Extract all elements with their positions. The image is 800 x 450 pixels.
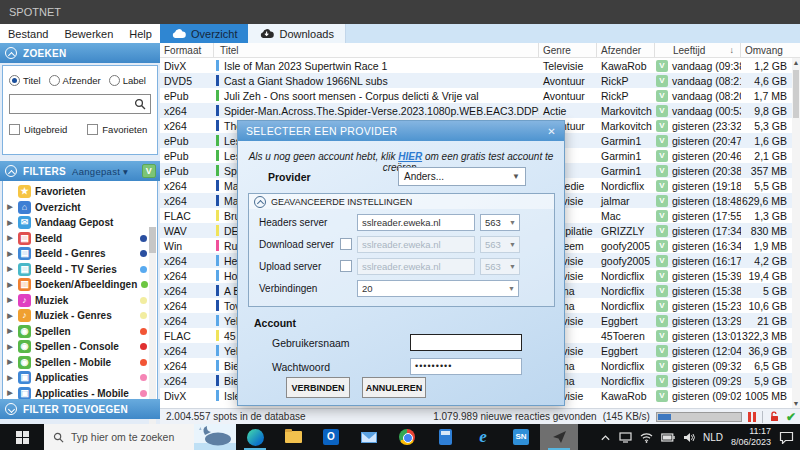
expand-arrow-icon[interactable]: ▶ — [6, 358, 14, 366]
filter-item[interactable]: ▶◉Spellen - Console — [3, 339, 157, 355]
scroll-down-icon[interactable]: ▼ — [792, 400, 800, 407]
outlook-icon[interactable]: O — [312, 424, 350, 450]
advanced-settings-header[interactable]: GEAVANCEERDE INSTELLINGEN — [249, 194, 554, 209]
table-row[interactable]: DVD5Cast a Giant Shadow 1966NL subsAvont… — [160, 73, 792, 88]
filters-header[interactable]: FILTERS Aangepast ▾ V — [0, 161, 160, 181]
whale-spotlight-icon[interactable] — [194, 424, 236, 450]
internet-explorer-icon[interactable]: e — [464, 424, 502, 450]
col-omvang[interactable]: Omvang — [741, 43, 792, 57]
upload-server-input[interactable]: sslreader.eweka.nl — [357, 258, 475, 275]
download-port-select[interactable]: 563▼ — [480, 236, 520, 253]
table-row[interactable]: DivXIsle of Man 2023 Supertwin Race 1Tel… — [160, 58, 792, 73]
menu-help[interactable]: Help — [121, 28, 160, 40]
table-scrollbar[interactable]: ▲ ▼ — [792, 58, 800, 408]
filter-item[interactable]: ▶▤Beeld — [3, 231, 157, 247]
expand-arrow-icon[interactable]: ▶ — [6, 389, 14, 397]
collapse-icon[interactable] — [5, 47, 17, 59]
battery-icon[interactable] — [661, 433, 675, 442]
col-leeftijd[interactable]: Leeftijd↓ — [655, 43, 741, 57]
spotnet-window-icon[interactable] — [540, 424, 578, 450]
filter-item[interactable]: ▶▤Beeld - Genres — [3, 246, 157, 262]
headers-port-select[interactable]: 563▼ — [480, 214, 520, 231]
taskbar-search[interactable]: Typ hier om te zoeken — [44, 424, 236, 450]
expand-arrow-icon[interactable]: ▶ — [6, 327, 14, 335]
upload-port-select[interactable]: 563▼ — [480, 258, 520, 275]
expand-arrow-icon[interactable]: ▶ — [6, 281, 14, 289]
expand-arrow-icon[interactable]: ▶ — [6, 343, 14, 351]
file-explorer-icon[interactable] — [274, 424, 312, 450]
language-indicator[interactable]: NLD — [703, 432, 723, 443]
password-input[interactable]: ••••••••• — [410, 358, 522, 375]
checkbox-favorieten[interactable] — [87, 124, 98, 135]
expand-arrow-icon[interactable]: ▶ — [6, 312, 14, 320]
notification-icon[interactable] — [779, 431, 794, 444]
menu-bewerken[interactable]: Bewerken — [56, 28, 121, 40]
zoeken-header[interactable]: ZOEKEN — [0, 43, 160, 63]
filter-item[interactable]: ▶⌂Overzicht — [3, 200, 157, 216]
spotnet-installer-icon[interactable]: SN — [502, 424, 540, 450]
radio-afzender[interactable] — [49, 75, 60, 86]
radio-titel[interactable] — [9, 75, 20, 86]
calculator-icon[interactable] — [426, 424, 464, 450]
filters-mode[interactable]: Aangepast ▾ — [72, 166, 128, 177]
cancel-button[interactable]: ANNULEREN — [362, 377, 426, 398]
menu-bestand[interactable]: Bestand — [0, 28, 56, 40]
mail-icon[interactable] — [350, 424, 388, 450]
connect-button[interactable]: VERBINDEN — [286, 377, 350, 398]
chrome-icon[interactable] — [388, 424, 426, 450]
table-row[interactable]: ePubJuli Zeh - Ons soort mensen - Corpus… — [160, 88, 792, 103]
edge-icon[interactable] — [236, 424, 274, 450]
col-genre[interactable]: Genre — [539, 43, 597, 57]
col-afzender[interactable]: Afzender — [597, 43, 655, 57]
filter-item[interactable]: ▶♪Muziek — [3, 293, 157, 309]
filter-item[interactable]: ▶◉Spellen - Mobile — [3, 355, 157, 371]
expand-arrow-icon[interactable]: ▶ — [6, 203, 14, 211]
add-filter-button[interactable]: FILTER TOEVOEGEN — [0, 399, 160, 419]
wifi-icon[interactable] — [640, 432, 653, 443]
monitor-icon[interactable] — [619, 432, 632, 443]
tab-downloads[interactable]: Downloads — [248, 24, 345, 43]
provider-select[interactable]: Anders...▼ — [398, 167, 526, 186]
col-formaat[interactable]: Formaat — [160, 43, 214, 57]
start-button[interactable] — [0, 424, 44, 450]
expand-arrow-icon[interactable]: ▶ — [6, 234, 14, 242]
download-server-checkbox[interactable] — [340, 238, 352, 250]
table-row[interactable]: x264Spider-Man.Across.The.Spider-Verse.2… — [160, 103, 792, 118]
collapse-icon[interactable] — [5, 165, 17, 177]
checkbox-uitgebreid[interactable] — [9, 124, 20, 135]
speaker-icon[interactable] — [683, 432, 695, 443]
filter-item[interactable]: ▶▣Applicaties — [3, 370, 157, 386]
connections-select[interactable]: 20▼ — [357, 280, 519, 297]
filter-item[interactable]: ▶▤Beeld - TV Series — [3, 262, 157, 278]
expand-arrow-icon[interactable]: ▶ — [6, 250, 14, 258]
search-input[interactable] — [10, 96, 134, 112]
pause-icon[interactable] — [748, 412, 756, 422]
filter-item[interactable]: ▶▥Boeken/Afbeeldingen — [3, 277, 157, 293]
verified-filter-toggle[interactable]: V — [142, 164, 156, 178]
tray-chevron-icon[interactable] — [600, 433, 611, 442]
filter-item[interactable]: ★Favorieten — [3, 184, 157, 200]
scrollbar-thumb[interactable] — [793, 70, 799, 118]
upload-server-checkbox[interactable] — [340, 260, 352, 272]
col-titel[interactable]: Titel — [214, 43, 539, 57]
expand-arrow-icon[interactable]: ▶ — [6, 296, 14, 304]
filter-item[interactable]: ▶♪Muziek - Genres — [3, 308, 157, 324]
clock[interactable]: 11:17 8/06/2023 — [731, 426, 771, 448]
scrollbar-thumb[interactable] — [149, 227, 156, 253]
headers-server-input[interactable]: sslreader.eweka.nl — [357, 214, 475, 231]
username-input[interactable] — [410, 334, 522, 351]
collapse-icon[interactable] — [254, 196, 266, 208]
download-server-input[interactable]: sslreader.eweka.nl — [357, 236, 475, 253]
filter-item[interactable]: ▶◉Spellen — [3, 324, 157, 340]
radio-label[interactable] — [109, 75, 120, 86]
create-account-link[interactable]: HIER — [398, 151, 422, 162]
tab-overzicht[interactable]: Overzicht — [160, 24, 248, 43]
expand-arrow-icon[interactable]: ▶ — [6, 265, 14, 273]
search-icon[interactable] — [134, 98, 146, 110]
scroll-up-icon[interactable]: ▲ — [792, 59, 800, 66]
expand-arrow-icon[interactable]: ▶ — [6, 219, 14, 227]
expand-arrow-icon[interactable]: ▶ — [6, 374, 14, 382]
filter-item[interactable]: ▶✉Vandaag Gepost — [3, 215, 157, 231]
unlocked-icon[interactable] — [769, 411, 780, 422]
close-icon[interactable]: ✕ — [547, 126, 556, 137]
